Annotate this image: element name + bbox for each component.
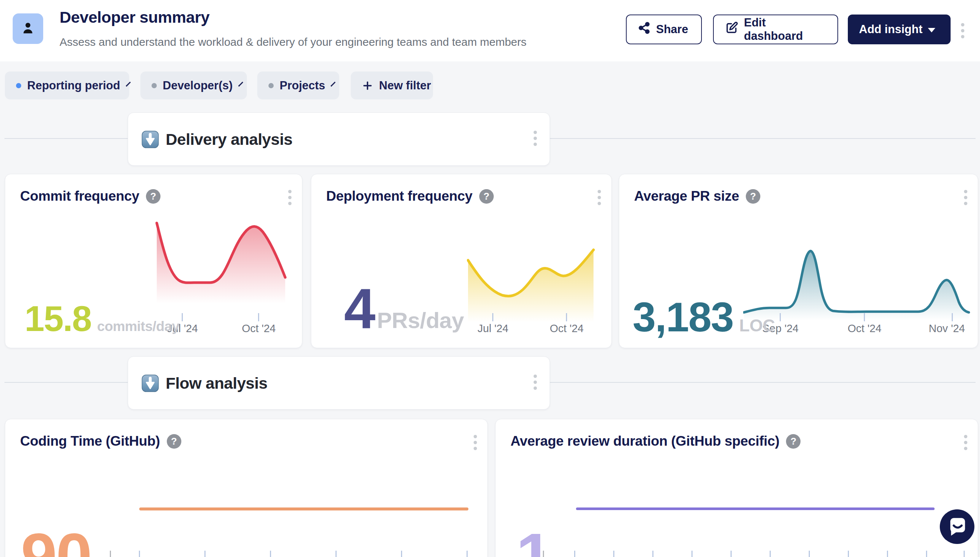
section-title-flow: Flow analysis xyxy=(166,374,267,393)
help-icon[interactable]: ? xyxy=(479,189,494,204)
commit-frequency-value: 15.8 xyxy=(24,301,91,337)
add-insight-button[interactable]: Add insight xyxy=(848,15,951,44)
edit-dashboard-label: Edit dashboard xyxy=(744,16,826,43)
card-coding-time: Coding Time (GitHub) ? 90 xyxy=(5,419,488,557)
topbar: Developer summary Assess and understand … xyxy=(0,0,980,62)
x-axis-tick xyxy=(692,550,693,557)
coding-time-trend-line xyxy=(139,508,469,510)
deployment-frequency-unit: PRs/day xyxy=(377,308,464,333)
filter-reporting-period-label: Reporting period xyxy=(27,79,120,92)
help-icon[interactable]: ? xyxy=(746,189,760,204)
x-axis-tick xyxy=(110,550,111,557)
coding-time-title: Coding Time (GitHub) xyxy=(20,433,160,449)
x-axis-tick xyxy=(139,550,140,557)
commit-frequency-title: Commit frequency xyxy=(20,188,139,204)
edit-dashboard-button[interactable]: Edit dashboard xyxy=(713,15,838,44)
x-axis-tick xyxy=(770,550,771,557)
x-axis-tick xyxy=(543,550,544,557)
filter-projects[interactable]: Projects xyxy=(257,72,339,99)
inactive-filter-dot xyxy=(269,83,273,88)
deployment-frequency-menu-button[interactable] xyxy=(597,190,601,205)
filter-reporting-period[interactable]: Reporting period xyxy=(5,72,129,99)
x-axis-tick xyxy=(952,313,953,321)
deployment-frequency-title: Deployment frequency xyxy=(326,188,472,204)
section-header-delivery-analysis: Delivery analysis xyxy=(128,112,550,166)
average-pr-size-value: 3,183 xyxy=(633,296,733,338)
x-axis-tick xyxy=(887,550,888,557)
card-commit-frequency: Commit frequency ? Jul '24 Oct '24 15.8 … xyxy=(5,174,302,348)
x-axis-tick xyxy=(492,313,493,321)
developer-summary-dashboard: Developer summary Assess and understand … xyxy=(0,0,980,557)
inactive-filter-dot xyxy=(151,83,157,88)
section-flow-menu-button[interactable] xyxy=(534,375,537,390)
share-button-label: Share xyxy=(656,23,688,36)
filter-developers-label: Developer(s) xyxy=(163,79,233,92)
x-axis-tick xyxy=(401,550,402,557)
chevron-down-icon xyxy=(126,81,131,86)
card-average-pr-size: Average PR size ? Sep '24 Oct '24 Nov '2… xyxy=(619,174,978,348)
average-pr-size-menu-button[interactable] xyxy=(964,190,967,205)
chevron-down-icon xyxy=(238,81,243,86)
commit-frequency-sparkline xyxy=(154,219,288,313)
x-axis-tick xyxy=(864,313,865,321)
chevron-down-icon xyxy=(330,81,335,86)
x-axis-tick xyxy=(731,550,732,557)
x-axis-tick xyxy=(574,550,575,557)
card-deployment-frequency: Deployment frequency ? Jul '24 Oct '24 4… xyxy=(311,174,612,348)
section-delivery-menu-button[interactable] xyxy=(534,131,537,146)
person-icon xyxy=(20,20,36,38)
x-axis-tick xyxy=(204,550,205,557)
commit-frequency-unit: commits/day xyxy=(97,319,179,334)
x-axis-tick xyxy=(613,550,614,557)
coding-time-value: 90 xyxy=(21,523,91,557)
section-title-delivery: Delivery analysis xyxy=(166,130,293,148)
average-pr-size-title: Average PR size xyxy=(634,188,739,204)
commit-frequency-menu-button[interactable] xyxy=(288,190,291,205)
x-axis-label: Jul '24 xyxy=(478,322,509,335)
active-filter-dot xyxy=(16,83,21,88)
edit-icon xyxy=(725,21,738,37)
header-overflow-menu-button[interactable] xyxy=(961,23,964,38)
add-insight-label: Add insight xyxy=(859,23,922,36)
share-icon xyxy=(638,21,651,37)
card-review-duration: Average review duration (GitHub specific… xyxy=(495,419,978,557)
help-icon[interactable]: ? xyxy=(786,434,801,449)
caret-down-icon xyxy=(928,28,935,33)
deployment-frequency-value: 4 xyxy=(344,280,375,337)
x-axis-tick xyxy=(809,550,810,557)
page-subtitle: Assess and understand the workload & del… xyxy=(60,36,526,49)
help-icon[interactable]: ? xyxy=(146,189,161,204)
x-axis-label: Nov '24 xyxy=(929,322,965,335)
average-pr-size-unit: LOC xyxy=(739,315,775,336)
dashboard-avatar xyxy=(13,13,43,44)
review-duration-value: 1 xyxy=(516,523,551,557)
x-axis-label: Oct '24 xyxy=(242,322,276,335)
share-button[interactable]: Share xyxy=(626,15,702,44)
section-header-flow-analysis: Flow analysis xyxy=(128,356,550,410)
new-filter-button[interactable]: New filter xyxy=(351,72,433,99)
review-duration-trend-line xyxy=(576,508,934,510)
x-axis-label: Oct '24 xyxy=(848,322,882,335)
deployment-frequency-sparkline xyxy=(467,247,595,326)
x-axis-tick xyxy=(652,550,653,557)
plus-icon xyxy=(362,80,373,91)
x-axis-tick xyxy=(258,313,259,321)
x-axis-tick xyxy=(335,550,337,557)
x-axis-tick xyxy=(964,550,965,557)
review-duration-title: Average review duration (GitHub specific… xyxy=(511,433,779,449)
x-axis-tick xyxy=(780,313,781,321)
x-axis-tick xyxy=(566,313,567,321)
x-axis-tick xyxy=(926,550,927,557)
down-arrow-emoji-icon xyxy=(142,130,159,148)
chat-bubble-smile-icon xyxy=(940,539,974,545)
down-arrow-emoji-icon xyxy=(142,374,159,393)
filter-developers[interactable]: Developer(s) xyxy=(140,72,247,99)
new-filter-label: New filter xyxy=(379,79,431,92)
x-axis-tick xyxy=(848,550,849,557)
coding-time-menu-button[interactable] xyxy=(474,435,477,450)
x-axis-tick xyxy=(467,550,468,557)
chat-launcher-button[interactable] xyxy=(940,509,974,544)
page-title: Developer summary xyxy=(60,8,210,26)
help-icon[interactable]: ? xyxy=(167,434,181,449)
review-duration-menu-button[interactable] xyxy=(964,435,967,450)
